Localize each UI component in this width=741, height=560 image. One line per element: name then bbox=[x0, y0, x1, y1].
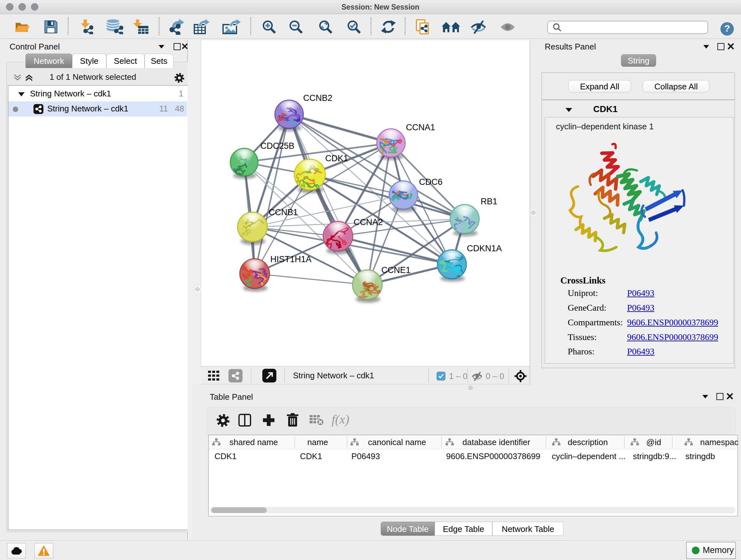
svg-text:CDC6: CDC6 bbox=[419, 177, 443, 187]
svg-text:HIST1H1A: HIST1H1A bbox=[270, 254, 312, 264]
svg-text:CDK1: CDK1 bbox=[325, 153, 348, 163]
svg-text:CCNE1: CCNE1 bbox=[381, 265, 411, 275]
svg-text:CCNA1: CCNA1 bbox=[406, 123, 435, 132]
svg-text:CCNA2: CCNA2 bbox=[354, 217, 383, 227]
svg-text:RB1: RB1 bbox=[481, 197, 497, 206]
svg-text:CCNB1: CCNB1 bbox=[269, 207, 298, 217]
svg-text:?: ? bbox=[724, 23, 730, 34]
svg-text:CDC25B: CDC25B bbox=[260, 141, 294, 151]
svg-text:CCNB2: CCNB2 bbox=[303, 93, 333, 103]
svg-text:CDKN1A: CDKN1A bbox=[467, 244, 502, 253]
